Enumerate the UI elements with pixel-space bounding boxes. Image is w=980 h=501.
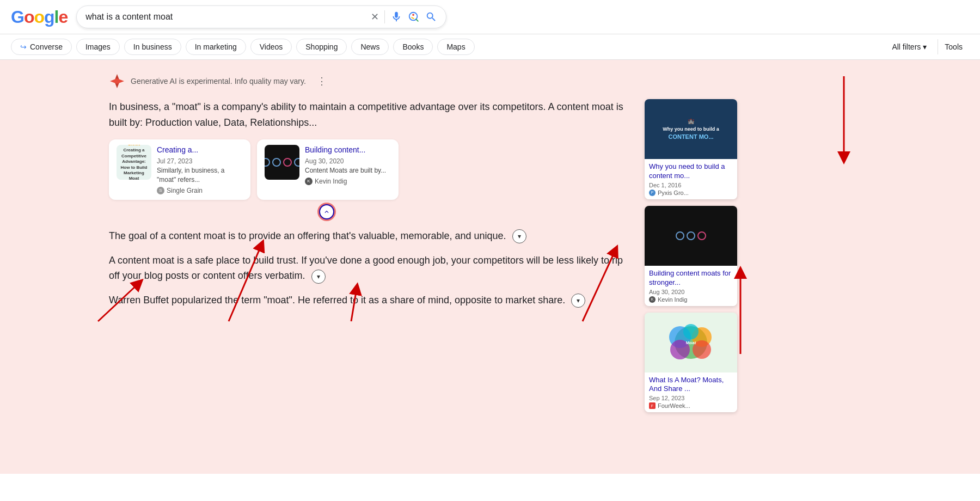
source-card-2[interactable]: Building content... Aug 30, 2020 Content… <box>257 139 399 200</box>
img-circle-2 <box>687 231 695 240</box>
tab-videos-label: Videos <box>260 42 283 51</box>
image-circles <box>676 231 706 240</box>
fourweek-icon: F <box>649 402 656 409</box>
tab-shopping[interactable]: Shopping <box>296 39 347 55</box>
tab-converse-label: Converse <box>30 42 63 51</box>
all-filters-label: All filters <box>892 42 921 51</box>
ai-text-column: In business, a "moat" is a company's abi… <box>109 99 632 412</box>
tab-maps[interactable]: Maps <box>437 39 474 55</box>
tab-converse[interactable]: ↪ Converse <box>11 39 72 55</box>
single-grain-icon: S <box>157 187 164 194</box>
expand-paragraph-3[interactable]: ▾ <box>311 270 326 284</box>
kevin-indig-icon: K <box>305 178 313 185</box>
source-card-1-author: S Single Grain <box>157 187 243 194</box>
svg-point-1 <box>412 14 414 16</box>
image-card-2-info: Building content moats for stronger... A… <box>645 266 737 306</box>
tab-books-label: Books <box>402 42 424 51</box>
source-card-2-info: Building content... Aug 30, 2020 Content… <box>305 145 391 185</box>
source-cards-row: ● SINGLE GRAIN Creating a Competitive Ad… <box>109 139 632 200</box>
expand-paragraph-2[interactable]: ▾ <box>512 229 526 243</box>
all-filters-button[interactable]: All filters ▾ <box>885 39 933 54</box>
source-card-2-thumb <box>265 145 299 180</box>
chevron-down-icon: ▾ <box>923 42 927 51</box>
tab-in-business[interactable]: In business <box>124 39 181 55</box>
image-card-2-author: K Kevin Indig <box>649 296 733 303</box>
ai-notice-text: Generative AI is experimental. Info qual… <box>131 77 306 85</box>
search-input[interactable] <box>85 12 365 22</box>
tab-videos[interactable]: Videos <box>250 39 292 55</box>
circle-2 <box>272 158 281 167</box>
image-card-3[interactable]: Moat What Is A Moat? Moats, And Share ..… <box>645 313 737 413</box>
image-card-1-info: Why you need to build a content mo... De… <box>645 159 737 199</box>
image-card-2-title: Building content moats for stronger... <box>649 269 733 288</box>
source-card-1[interactable]: ● SINGLE GRAIN Creating a Competitive Ad… <box>109 139 250 200</box>
image-card-1-author: P Pyxis Gro... <box>649 190 733 196</box>
circle-1 <box>265 158 270 167</box>
ai-more-button[interactable]: ⋮ <box>317 75 327 87</box>
tab-shopping-label: Shopping <box>305 42 338 51</box>
source-card-2-desc: Content Moats are built by... <box>305 166 391 175</box>
image-card-1-title: Why you need to build a content mo... <box>649 162 733 181</box>
source-card-1-thumb: ● SINGLE GRAIN Creating a Competitive Ad… <box>117 145 151 180</box>
lens-button[interactable] <box>408 11 420 23</box>
tab-in-business-label: In business <box>133 42 172 51</box>
ai-icon <box>109 73 125 89</box>
search-icon <box>425 11 437 23</box>
tab-news-label: News <box>360 42 379 51</box>
ai-result-section: Generative AI is experimental. Info qual… <box>0 60 980 474</box>
tab-in-marketing-label: In marketing <box>195 42 237 51</box>
img-circle-1 <box>676 231 684 240</box>
image-card-3-thumb: Moat <box>645 313 737 372</box>
tools-button[interactable]: Tools <box>938 39 969 54</box>
expand-paragraph-4[interactable]: ▾ <box>571 294 585 308</box>
ai-header: Generative AI is experimental. Info qual… <box>109 73 893 89</box>
source-card-2-date: Aug 30, 2020 <box>305 157 391 165</box>
image-card-3-title: What Is A Moat? Moats, And Share ... <box>649 376 733 394</box>
svg-point-7 <box>683 324 699 339</box>
tab-images[interactable]: Images <box>76 39 120 55</box>
tab-in-marketing[interactable]: In marketing <box>186 39 246 55</box>
filter-tabs: ↪ Converse Images In business In marketi… <box>0 34 980 60</box>
circle-3 <box>283 158 292 167</box>
source-card-1-title: Creating a... <box>157 145 243 156</box>
source-card-1-info: Creating a... Jul 27, 2023 Similarly, in… <box>157 145 243 194</box>
source-card-2-title: Building content... <box>305 145 391 156</box>
tab-books[interactable]: Books <box>393 39 433 55</box>
google-logo: Google <box>11 7 68 27</box>
moat-diagram: Moat <box>645 313 737 372</box>
image-card-1-date: Dec 1, 2016 <box>649 182 733 188</box>
mic-button[interactable] <box>390 11 402 23</box>
search-bar: ✕ <box>76 5 446 28</box>
circle-4 <box>294 158 299 167</box>
img-circle-3 <box>697 231 706 240</box>
ai-paragraph-2: The goal of a content moat is to provide… <box>109 228 632 244</box>
image-card-1-author-name: Pyxis Gro... <box>658 190 689 196</box>
ai-image-cards: 🏰 Why you need to build a CONTENT MO... … <box>645 99 737 412</box>
image-card-2-thumb <box>645 206 737 266</box>
lens-icon <box>408 11 420 23</box>
image-card-2[interactable]: Building content moats for stronger... A… <box>645 206 737 306</box>
clear-button[interactable]: ✕ <box>371 11 379 23</box>
converse-icon: ↪ <box>20 42 27 51</box>
svg-text:Moat: Moat <box>686 340 696 345</box>
header: Google ✕ <box>0 0 980 34</box>
image-card-3-author: F FourWeek... <box>649 402 733 409</box>
image-card-3-date: Sep 12, 2023 <box>649 395 733 401</box>
tab-images-label: Images <box>85 42 111 51</box>
source-card-1-desc: Similarly, in business, a "moat" refers.… <box>157 166 243 185</box>
source-card-1-author-name: Single Grain <box>167 187 203 194</box>
source-card-2-author-name: Kevin Indig <box>315 178 347 185</box>
image-card-2-author-name: Kevin Indig <box>658 296 687 303</box>
ai-paragraph-3: A content moat is a safe place to build … <box>109 253 632 284</box>
collapse-button[interactable] <box>319 204 334 219</box>
ai-paragraph-1: In business, a "moat" is a company's abi… <box>109 99 632 131</box>
image-card-1[interactable]: 🏰 Why you need to build a CONTENT MO... … <box>645 99 737 199</box>
image-card-3-info: What Is A Moat? Moats, And Share ... Sep… <box>645 372 737 413</box>
kevin-icon: K <box>649 296 656 303</box>
pyxis-icon: P <box>649 190 656 196</box>
search-button[interactable] <box>425 11 437 23</box>
mic-icon <box>390 11 402 23</box>
ai-paragraph-4: Warren Buffet popularized the term "moat… <box>109 292 632 308</box>
tab-news[interactable]: News <box>351 39 389 55</box>
ai-body: In business, a "moat" is a company's abi… <box>109 99 893 412</box>
